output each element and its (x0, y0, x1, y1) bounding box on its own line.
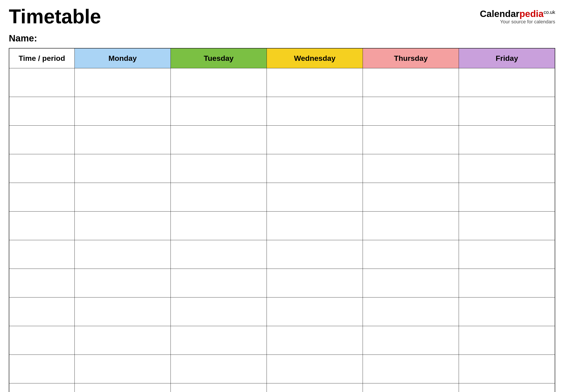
day-cell[interactable] (74, 97, 170, 125)
day-cell[interactable] (267, 240, 363, 269)
table-row (9, 383, 555, 392)
day-cell[interactable] (363, 125, 459, 154)
day-cell[interactable] (267, 354, 363, 383)
day-cell[interactable] (74, 354, 170, 383)
day-cell[interactable] (170, 97, 267, 125)
day-cell[interactable] (74, 68, 170, 97)
time-cell[interactable] (9, 326, 74, 354)
day-cell[interactable] (74, 154, 170, 183)
day-cell[interactable] (363, 354, 459, 383)
logo-text: Calendarpediaco.uk (480, 9, 555, 19)
day-cell[interactable] (170, 240, 267, 269)
header-row: Time / period Monday Tuesday Wednesday T… (9, 48, 555, 68)
name-section: Name: (9, 33, 555, 44)
day-cell[interactable] (74, 269, 170, 297)
table-row (9, 354, 555, 383)
header-thursday: Thursday (363, 48, 459, 68)
day-cell[interactable] (363, 240, 459, 269)
day-cell[interactable] (459, 326, 555, 354)
day-cell[interactable] (74, 326, 170, 354)
day-cell[interactable] (170, 269, 267, 297)
day-cell[interactable] (74, 240, 170, 269)
day-cell[interactable] (267, 211, 363, 240)
table-row (9, 68, 555, 97)
day-cell[interactable] (267, 154, 363, 183)
day-cell[interactable] (170, 154, 267, 183)
day-cell[interactable] (170, 297, 267, 326)
day-cell[interactable] (267, 183, 363, 211)
table-row (9, 154, 555, 183)
day-cell[interactable] (459, 154, 555, 183)
table-row (9, 97, 555, 125)
table-row (9, 269, 555, 297)
time-cell[interactable] (9, 240, 74, 269)
timetable: Time / period Monday Tuesday Wednesday T… (9, 48, 555, 392)
page-header: Timetable Calendarpediaco.uk Your source… (9, 7, 555, 27)
time-cell[interactable] (9, 297, 74, 326)
day-cell[interactable] (267, 383, 363, 392)
day-cell[interactable] (74, 183, 170, 211)
page-title: Timetable (9, 7, 101, 27)
day-cell[interactable] (363, 97, 459, 125)
day-cell[interactable] (267, 125, 363, 154)
day-cell[interactable] (459, 269, 555, 297)
day-cell[interactable] (74, 125, 170, 154)
table-row (9, 183, 555, 211)
day-cell[interactable] (363, 183, 459, 211)
day-cell[interactable] (459, 240, 555, 269)
day-cell[interactable] (363, 297, 459, 326)
day-cell[interactable] (267, 326, 363, 354)
day-cell[interactable] (74, 383, 170, 392)
day-cell[interactable] (459, 354, 555, 383)
day-cell[interactable] (170, 125, 267, 154)
header-friday: Friday (459, 48, 555, 68)
day-cell[interactable] (459, 125, 555, 154)
time-cell[interactable] (9, 154, 74, 183)
day-cell[interactable] (459, 68, 555, 97)
time-cell[interactable] (9, 183, 74, 211)
day-cell[interactable] (459, 97, 555, 125)
day-cell[interactable] (170, 211, 267, 240)
table-row (9, 125, 555, 154)
table-row (9, 326, 555, 354)
day-cell[interactable] (363, 383, 459, 392)
day-cell[interactable] (170, 326, 267, 354)
day-cell[interactable] (267, 297, 363, 326)
day-cell[interactable] (459, 211, 555, 240)
day-cell[interactable] (363, 68, 459, 97)
name-label: Name: (9, 33, 37, 43)
time-cell[interactable] (9, 269, 74, 297)
time-cell[interactable] (9, 125, 74, 154)
day-cell[interactable] (267, 269, 363, 297)
day-cell[interactable] (363, 154, 459, 183)
header-time: Time / period (9, 48, 74, 68)
day-cell[interactable] (170, 383, 267, 392)
table-row (9, 211, 555, 240)
time-cell[interactable] (9, 354, 74, 383)
day-cell[interactable] (267, 97, 363, 125)
day-cell[interactable] (459, 297, 555, 326)
day-cell[interactable] (170, 68, 267, 97)
logo-subtitle: Your source for calendars (500, 19, 555, 25)
time-cell[interactable] (9, 383, 74, 392)
day-cell[interactable] (363, 326, 459, 354)
header-wednesday: Wednesday (267, 48, 363, 68)
time-cell[interactable] (9, 97, 74, 125)
table-row (9, 240, 555, 269)
day-cell[interactable] (363, 211, 459, 240)
day-cell[interactable] (267, 68, 363, 97)
day-cell[interactable] (74, 211, 170, 240)
day-cell[interactable] (459, 183, 555, 211)
time-cell[interactable] (9, 68, 74, 97)
header-monday: Monday (74, 48, 170, 68)
day-cell[interactable] (74, 297, 170, 326)
table-row (9, 297, 555, 326)
logo-calendar: Calendar (480, 9, 520, 19)
day-cell[interactable] (170, 354, 267, 383)
logo-couk: co.uk (544, 10, 555, 15)
day-cell[interactable] (459, 383, 555, 392)
day-cell[interactable] (170, 183, 267, 211)
logo-container: Calendarpediaco.uk Your source for calen… (480, 7, 555, 25)
time-cell[interactable] (9, 211, 74, 240)
day-cell[interactable] (363, 269, 459, 297)
